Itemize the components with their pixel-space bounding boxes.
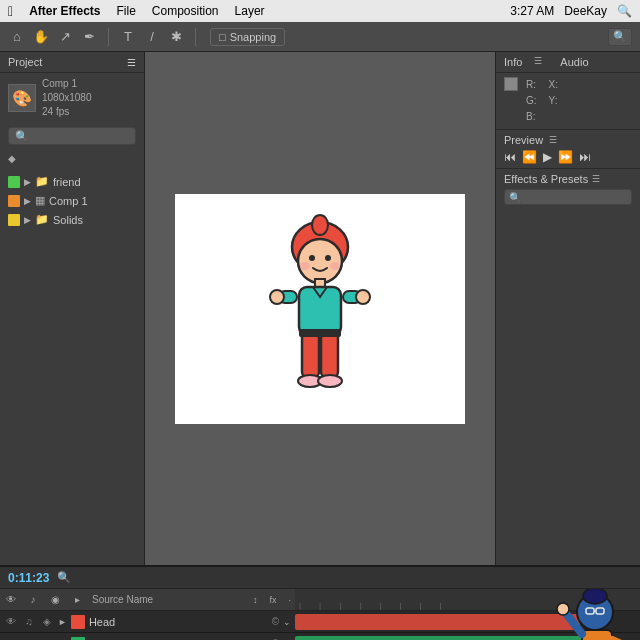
right-panel: Info ☰ Audio R: G: B: X: Y: Preview ☰ ⏮ — [495, 52, 640, 565]
svg-point-17 — [318, 375, 342, 387]
timecode-search-icon[interactable]: 🔍 — [57, 571, 71, 584]
search-icon[interactable]: 🔍 — [617, 4, 632, 18]
prev-first-icon[interactable]: ⏮ — [504, 150, 516, 164]
tl-audio-icon: ♪ — [26, 594, 40, 605]
list-item[interactable]: ▶ 📁 friend — [0, 172, 144, 191]
filter-icon-row: ◆ — [0, 149, 144, 168]
svg-rect-14 — [321, 331, 338, 377]
timeline-body: 👁 ♪ ◉ ▸ Source Name ↕ fx · 👁 ♫ ◈ ► Head … — [0, 589, 640, 640]
track-row-head — [295, 611, 640, 633]
home-icon[interactable]: ⌂ — [8, 28, 26, 46]
menu-composition[interactable]: Composition — [152, 4, 219, 18]
b-label: B: — [526, 111, 535, 122]
clone-icon[interactable]: ✱ — [167, 28, 185, 46]
pen-icon[interactable]: ✒ — [80, 28, 98, 46]
snapping-label: Snapping — [230, 31, 277, 43]
tl-fx-label: fx — [269, 595, 276, 605]
track-row-face — [295, 633, 640, 640]
r-label: R: — [526, 79, 536, 90]
svg-rect-15 — [299, 329, 341, 337]
layer-name: Solids — [53, 214, 83, 226]
audio-icon[interactable]: ♫ — [22, 616, 36, 627]
xy-values: X: Y: — [549, 77, 558, 109]
visibility-icon[interactable]: © — [272, 616, 279, 627]
prev-last-icon[interactable]: ⏭ — [579, 150, 591, 164]
info-title: Info — [504, 56, 522, 68]
tl-lock-icon: ▸ — [70, 594, 84, 605]
timeline-column-header: 👁 ♪ ◉ ▸ Source Name ↕ fx · — [0, 589, 295, 611]
timeline-header: 0:11:23 🔍 — [0, 567, 640, 589]
sort-icon[interactable]: ↕ — [253, 595, 258, 605]
filter-icon[interactable]: ◆ — [8, 153, 16, 164]
svg-point-4 — [325, 255, 331, 261]
timecode[interactable]: 0:11:23 — [8, 571, 49, 585]
svg-point-5 — [300, 262, 310, 270]
menu-file[interactable]: File — [116, 4, 135, 18]
snapping-checkbox[interactable]: □ — [219, 31, 226, 43]
effects-title: Effects & Presets — [504, 173, 588, 185]
layer-name-head[interactable]: Head — [89, 616, 268, 628]
prev-forward-icon[interactable]: ⏩ — [558, 150, 573, 164]
project-layer-list: ▶ 📁 friend ▶ ▦ Comp 1 ▶ 📁 Solids — [0, 168, 144, 233]
preview-menu-icon[interactable]: ☰ — [549, 135, 557, 145]
menu-bar:  After Effects File Composition Layer 3… — [0, 0, 640, 22]
expand-icon[interactable]: ► — [58, 617, 67, 627]
effects-menu-icon[interactable]: ☰ — [592, 174, 600, 184]
timeline-layers: 👁 ♪ ◉ ▸ Source Name ↕ fx · 👁 ♫ ◈ ► Head … — [0, 589, 295, 640]
project-search[interactable]: 🔍 — [8, 127, 136, 145]
preview-title: Preview — [504, 134, 543, 146]
select-icon[interactable]: ↗ — [56, 28, 74, 46]
svg-point-6 — [330, 262, 340, 270]
effects-search-icon: 🔍 — [509, 192, 521, 203]
layer-color-swatch — [8, 214, 20, 226]
audio-title: Audio — [560, 56, 588, 68]
project-comp-item[interactable]: 🎨 Comp 1 1080x1080 24 fps — [0, 73, 144, 123]
snapping-button[interactable]: □ Snapping — [210, 28, 285, 46]
prev-play-icon[interactable]: ▶ — [543, 150, 552, 164]
comp-size: 1080x1080 — [42, 91, 92, 105]
project-menu-icon[interactable]: ☰ — [127, 57, 136, 68]
menu-layer[interactable]: Layer — [235, 4, 265, 18]
effects-panel: Effects & Presets ☰ 🔍 — [496, 169, 640, 565]
comp-thumbnail: 🎨 — [8, 84, 36, 112]
effects-search[interactable]: 🔍 — [504, 189, 632, 205]
folder-icon: 📁 — [35, 175, 49, 188]
color-swatch — [504, 77, 518, 91]
search-tool-icon[interactable]: 🔍 — [608, 28, 632, 46]
hand-icon[interactable]: ✋ — [32, 28, 50, 46]
info-panel-header: Info ☰ Audio — [496, 52, 640, 73]
project-title: Project — [8, 56, 42, 68]
svg-point-2 — [298, 239, 342, 283]
layer-name: Comp 1 — [49, 195, 88, 207]
toolbar: ⌂ ✋ ↗ ✒ T / ✱ □ Snapping 🔍 — [0, 22, 640, 52]
tl-solo-icon: ◉ — [48, 594, 62, 605]
track-bar-head — [295, 614, 580, 630]
timeline-row: 👁 ♫ ◈ ► Face © ⌄ — [0, 633, 295, 640]
solo-icon[interactable]: ◈ — [40, 616, 54, 627]
list-item[interactable]: ▶ 📁 Solids — [0, 210, 144, 229]
composition-view — [145, 52, 495, 565]
main-layout: Project ☰ 🎨 Comp 1 1080x1080 24 fps 🔍 ◆ … — [0, 52, 640, 565]
tl-eye-icon: 👁 — [4, 594, 18, 605]
svg-rect-13 — [302, 331, 319, 377]
dropdown-icon[interactable]: ⌄ — [283, 617, 291, 627]
svg-point-12 — [356, 290, 370, 304]
list-item[interactable]: ▶ ▦ Comp 1 — [0, 191, 144, 210]
layer-color-head — [71, 615, 85, 629]
brush-icon[interactable]: / — [143, 28, 161, 46]
expand-icon[interactable]: ▶ — [24, 177, 31, 187]
expand-icon[interactable]: ▶ — [24, 196, 31, 206]
text-icon[interactable]: T — [119, 28, 137, 46]
toolbar-divider — [108, 28, 109, 46]
apple-logo-icon:  — [8, 3, 13, 19]
eye-icon[interactable]: 👁 — [4, 616, 18, 627]
prev-back-icon[interactable]: ⏪ — [522, 150, 537, 164]
rgb-values: R: G: B: — [526, 77, 537, 125]
expand-icon[interactable]: ▶ — [24, 215, 31, 225]
x-label: X: — [549, 79, 558, 90]
track-bar-face — [295, 636, 590, 640]
info-menu-icon[interactable]: ☰ — [534, 56, 542, 68]
preview-controls: ⏮ ⏪ ▶ ⏩ ⏭ — [504, 150, 632, 164]
comp-fps: 24 fps — [42, 105, 92, 119]
svg-point-3 — [309, 255, 315, 261]
